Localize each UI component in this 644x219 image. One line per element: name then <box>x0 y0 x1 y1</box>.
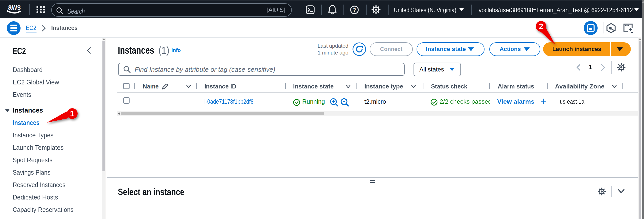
svg-text:2: 2 <box>539 22 543 31</box>
svg-text:1: 1 <box>70 109 75 118</box>
svg-text:?: ? <box>353 7 356 13</box>
svg-text:aws: aws <box>8 2 21 12</box>
